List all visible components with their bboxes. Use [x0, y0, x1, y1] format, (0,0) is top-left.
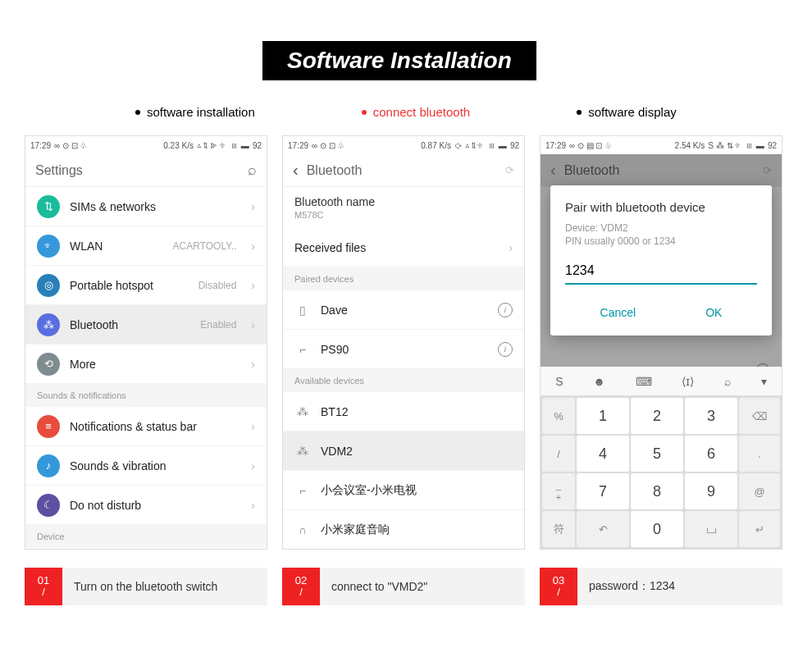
row-bluetooth[interactable]: ⁂ Bluetooth Enabled › — [25, 305, 267, 345]
row-dnd[interactable]: ☾ Do not disturb › — [25, 486, 267, 525]
dnd-icon: ☾ — [37, 494, 60, 517]
step-1: 01/ Turn on the bluetooth switch — [25, 568, 267, 605]
phone-settings: 17:29∞ ⊙ ⊡ ♧ 0.23 K/s⁂ ⇅ ⫸ ᯤ ⫴ ▬92 Setti… — [25, 135, 267, 550]
chevron-right-icon: › — [251, 200, 255, 213]
key-underscore[interactable]: _+ — [542, 473, 575, 509]
page-title: Software Installation — [262, 41, 536, 80]
key-symbol[interactable]: 符 — [542, 511, 575, 547]
ok-button[interactable]: OK — [689, 299, 738, 326]
settings-header: Settings ⌕ — [25, 154, 267, 187]
row-sims[interactable]: ⇅ SIMs & networks › — [25, 187, 267, 226]
back-icon[interactable]: ‹ — [293, 161, 299, 180]
key-9[interactable]: 9 — [685, 473, 737, 509]
device-vdm2[interactable]: ⁂ VDM2 — [283, 431, 524, 471]
kb-dropdown-icon[interactable]: ▾ — [761, 375, 767, 388]
key-8[interactable]: 8 — [631, 473, 683, 509]
key-slash[interactable]: / — [542, 436, 575, 472]
dialog-device: Device: VDM2 — [565, 222, 757, 234]
bluetooth-name-value: M578C — [283, 208, 524, 228]
notif-icon: ≡ — [37, 415, 60, 438]
device-home-audio[interactable]: ∩ 小米家庭音响 — [283, 510, 524, 550]
bluetooth-icon: ⁂ — [294, 405, 311, 418]
kb-keyboard-icon[interactable]: ⌨ — [636, 375, 652, 388]
pin-input[interactable] — [565, 258, 757, 285]
key-0[interactable]: 0 — [631, 511, 683, 547]
bluetooth-icon: ⁂ — [294, 445, 311, 458]
more-icon: ⟲ — [37, 353, 60, 376]
phone-bluetooth: 17:29∞ ⊙ ⊡ ♧ 0.87 K/s⟳ ⁂ ⇅ ᯤ ⫴ ▬92 ‹ Blu… — [282, 135, 525, 550]
laptop-icon: ⌐ — [294, 484, 311, 497]
footer-steps: 01/ Turn on the bluetooth switch 02/ con… — [0, 550, 812, 630]
device-meeting[interactable]: ⌐ 小会议室-小米电视 — [283, 471, 524, 510]
info-icon[interactable]: i — [498, 303, 513, 317]
kb-logo-icon[interactable]: S — [555, 375, 563, 388]
pair-dialog: Pair with bluetooth device Device: VDM2 … — [550, 185, 772, 336]
row-notifications[interactable]: ≡ Notifications & status bar › — [25, 407, 267, 446]
chevron-right-icon: › — [251, 318, 255, 331]
dialog-hint: PIN usually 0000 or 1234 — [565, 235, 757, 247]
keyboard: S ☻ ⌨ ⟨ɪ⟩ ⌕ ▾ % 1 2 3 ⌫ / 4 5 6 — [541, 367, 782, 549]
section-sounds: Sounds & notifications — [25, 384, 267, 407]
section-available: Available devices — [283, 369, 524, 392]
chevron-right-icon: › — [251, 240, 255, 253]
row-received-files[interactable]: Received files › — [283, 228, 524, 267]
refresh-icon[interactable]: ⟳ — [505, 164, 514, 176]
key-2[interactable]: 2 — [631, 398, 683, 434]
info-icon[interactable]: i — [498, 342, 513, 357]
status-bar: 17:29∞ ⊙ ▤ ⊡ ♧ 2.54 K/sS ⁂ ⇅ ᯤ ⫴ ▬92 — [541, 136, 782, 154]
tab-display[interactable]: software display — [577, 105, 677, 119]
sound-icon: ♪ — [37, 454, 60, 477]
header-title: Bluetooth — [307, 163, 497, 178]
key-space[interactable]: ⌴ — [685, 511, 737, 547]
key-dot[interactable]: . — [739, 436, 780, 472]
kb-emoji-icon[interactable]: ☻ — [593, 375, 605, 388]
key-backspace[interactable]: ⌫ — [739, 398, 780, 434]
bluetooth-name-row[interactable]: Bluetooth name — [283, 187, 524, 208]
phone-pair-dialog: 17:29∞ ⊙ ▤ ⊡ ♧ 2.54 K/sS ⁂ ⇅ ᯤ ⫴ ▬92 ‹ B… — [540, 135, 782, 550]
dialog-title: Pair with bluetooth device — [565, 200, 757, 214]
tab-install[interactable]: software installation — [135, 105, 255, 119]
row-sounds[interactable]: ♪ Sounds & vibration › — [25, 446, 267, 486]
row-wlan[interactable]: ᯤ WLAN ACARTOOLY.. › — [25, 226, 267, 266]
key-4[interactable]: 4 — [577, 436, 629, 472]
search-icon[interactable]: ⌕ — [248, 162, 257, 179]
kb-voice-icon[interactable]: ⟨ɪ⟩ — [682, 375, 694, 388]
wifi-icon: ᯤ — [37, 235, 60, 258]
chevron-right-icon: › — [251, 279, 255, 292]
cancel-button[interactable]: Cancel — [584, 299, 653, 326]
key-undo[interactable]: ↶ — [577, 511, 629, 547]
chevron-right-icon: › — [251, 499, 255, 512]
tabs-row: software installation connect bluetooth … — [135, 105, 812, 119]
row-personalization[interactable]: ◧ Personalization › — [25, 548, 267, 550]
hotspot-icon: ◎ — [37, 274, 60, 297]
chevron-right-icon: › — [509, 241, 513, 254]
step-3: 03/ password：1234 — [540, 568, 782, 605]
key-enter[interactable]: ↵ — [739, 511, 780, 547]
device-bt12[interactable]: ⁂ BT12 — [283, 392, 524, 431]
phone-icon: ▯ — [294, 304, 311, 317]
status-bar: 17:29∞ ⊙ ⊡ ♧ 0.23 K/s⁂ ⇅ ⫸ ᯤ ⫴ ▬92 — [25, 136, 267, 154]
key-3[interactable]: 3 — [685, 398, 737, 434]
headphone-icon: ∩ — [294, 523, 311, 536]
bluetooth-header: ‹ Bluetooth ⟳ — [283, 154, 524, 187]
row-more[interactable]: ⟲ More › — [25, 345, 267, 384]
sim-icon: ⇅ — [37, 195, 60, 218]
status-bar: 17:29∞ ⊙ ⊡ ♧ 0.87 K/s⟳ ⁂ ⇅ ᯤ ⫴ ▬92 — [283, 136, 524, 154]
tab-bluetooth[interactable]: connect bluetooth — [362, 105, 470, 119]
header-title: Settings — [35, 163, 239, 178]
kb-search-icon[interactable]: ⌕ — [724, 375, 731, 388]
row-hotspot[interactable]: ◎ Portable hotspot Disabled › — [25, 266, 267, 305]
key-7[interactable]: 7 — [577, 473, 629, 509]
key-5[interactable]: 5 — [631, 436, 683, 472]
key-6[interactable]: 6 — [685, 436, 737, 472]
device-ps90[interactable]: ⌐ PS90 i — [283, 330, 524, 369]
chevron-right-icon: › — [251, 459, 255, 472]
chevron-right-icon: › — [251, 420, 255, 433]
step-2: 02/ connect to "VMD2" — [282, 568, 525, 605]
section-device: Device — [25, 525, 267, 548]
key-1[interactable]: 1 — [577, 398, 629, 434]
section-paired: Paired devices — [283, 267, 524, 290]
key-percent[interactable]: % — [542, 398, 575, 434]
device-dave[interactable]: ▯ Dave i — [283, 290, 524, 330]
key-at[interactable]: @ — [739, 473, 780, 509]
